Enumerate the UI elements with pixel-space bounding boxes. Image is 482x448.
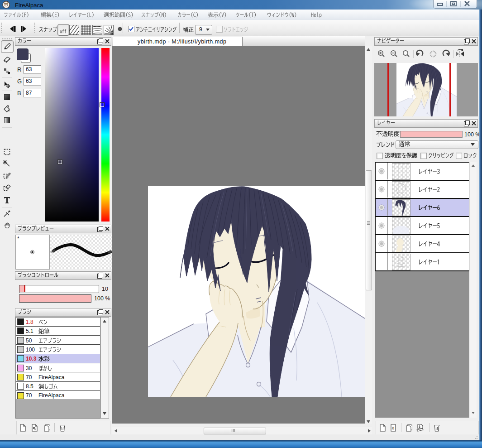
svg-text:8: 8 <box>392 426 394 430</box>
